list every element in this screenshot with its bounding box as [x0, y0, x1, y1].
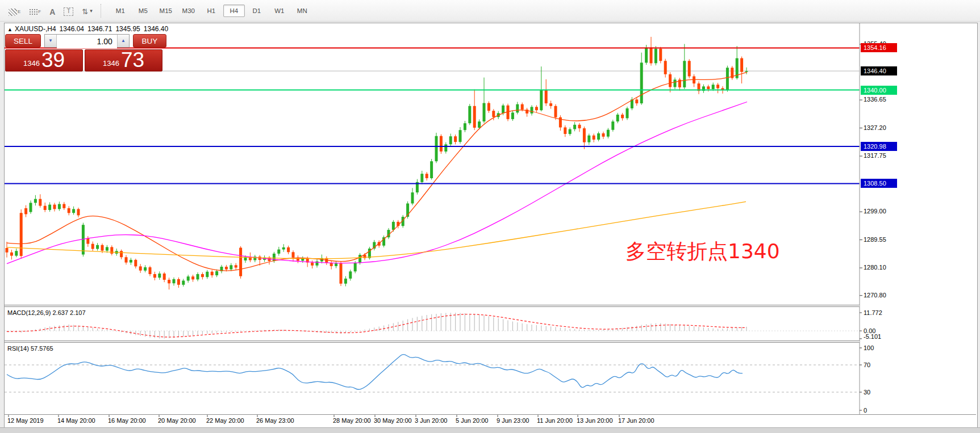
- candle: [483, 78, 486, 124]
- candle: [540, 66, 543, 111]
- candle: [640, 53, 643, 105]
- candle: [607, 128, 610, 138]
- chart-annotation-text: 多空转折点1340: [625, 238, 780, 266]
- candle: [449, 134, 452, 147]
- candle: [535, 105, 538, 112]
- candle: [158, 271, 161, 280]
- candle: [211, 270, 214, 278]
- open-value: 1346.04: [60, 25, 84, 33]
- candle: [330, 261, 333, 270]
- candle: [235, 263, 237, 270]
- candle: [593, 134, 595, 142]
- candle: [559, 115, 562, 131]
- candle: [197, 272, 199, 281]
- candle: [6, 242, 9, 258]
- volume-decrease-button[interactable]: ▼: [45, 35, 57, 47]
- macd-panel-label: MACD(12,26,9) 2.637 2.107: [7, 309, 86, 316]
- volume-input[interactable]: [57, 35, 117, 48]
- candle: [683, 44, 686, 90]
- candle: [344, 276, 347, 287]
- candle: [611, 120, 614, 132]
- candle: [435, 133, 438, 163]
- candle: [583, 127, 586, 149]
- candle: [39, 194, 41, 208]
- symbol-label: XAUUSD-,H4: [15, 25, 56, 33]
- candle: [316, 259, 319, 268]
- buy-price-pips: 73: [121, 49, 144, 70]
- candle: [68, 206, 70, 215]
- candle: [220, 265, 223, 274]
- candle: [130, 258, 132, 265]
- one-click-trade-panel: SELL ▼ ▲ BUY 1346 39 1346 73: [5, 34, 166, 72]
- candle: [716, 83, 719, 93]
- candle: [277, 247, 280, 256]
- sell-button[interactable]: SELL: [5, 34, 41, 48]
- collapse-arrow-icon[interactable]: ▲: [7, 27, 12, 32]
- high-value: 1346.71: [87, 25, 112, 33]
- candle: [726, 66, 729, 92]
- candle: [454, 134, 457, 144]
- candle: [616, 113, 619, 123]
- candle: [139, 264, 142, 273]
- candle: [206, 270, 208, 279]
- candle: [173, 278, 176, 286]
- candle: [659, 47, 662, 64]
- candle: [153, 272, 156, 280]
- candle: [688, 59, 691, 78]
- candle: [426, 172, 428, 180]
- candle: [411, 188, 414, 205]
- candle: [635, 98, 638, 106]
- candle: [125, 255, 128, 265]
- buy-button[interactable]: BUY: [133, 34, 166, 48]
- candle: [82, 223, 85, 257]
- candle: [253, 255, 256, 262]
- candle: [144, 265, 147, 272]
- candle: [163, 272, 166, 282]
- candle: [48, 202, 51, 212]
- candle: [626, 107, 629, 120]
- candle: [201, 272, 204, 280]
- candle: [573, 122, 576, 131]
- candle: [24, 205, 27, 217]
- candle: [91, 242, 94, 251]
- candle: [507, 104, 510, 121]
- candle: [340, 262, 343, 286]
- rsi-panel-label: RSI(14) 57.5765: [7, 345, 53, 352]
- candle: [149, 266, 152, 276]
- candle: [564, 125, 566, 137]
- candle: [516, 102, 519, 115]
- candle: [53, 203, 56, 211]
- candle: [597, 132, 600, 141]
- buy-price-display[interactable]: 1346 73: [85, 49, 162, 72]
- candle: [511, 111, 514, 121]
- candle: [58, 201, 61, 211]
- candle: [382, 236, 385, 247]
- candle: [740, 57, 743, 84]
- candle: [44, 203, 47, 212]
- candle: [177, 278, 180, 288]
- candle: [698, 81, 700, 94]
- candle: [30, 200, 32, 214]
- candle: [473, 90, 476, 131]
- candle: [287, 246, 290, 254]
- candle: [650, 37, 653, 66]
- candle: [420, 171, 423, 184]
- candle: [182, 279, 185, 287]
- window-bottom-strip: [0, 427, 980, 433]
- candle: [674, 78, 677, 89]
- candle: [531, 105, 533, 115]
- candle: [120, 250, 123, 259]
- candle: [702, 85, 705, 93]
- buy-price-main: 1346: [103, 59, 119, 68]
- candle: [464, 121, 466, 132]
- sell-price-main: 1346: [23, 59, 40, 68]
- candle: [96, 243, 99, 251]
- candle: [292, 250, 295, 262]
- candle: [282, 244, 285, 252]
- candle: [15, 249, 18, 257]
- sell-price-display[interactable]: 1346 39: [5, 49, 83, 72]
- candle: [526, 108, 528, 117]
- candle: [578, 123, 581, 132]
- volume-increase-button[interactable]: ▲: [117, 35, 129, 47]
- candle: [487, 102, 490, 113]
